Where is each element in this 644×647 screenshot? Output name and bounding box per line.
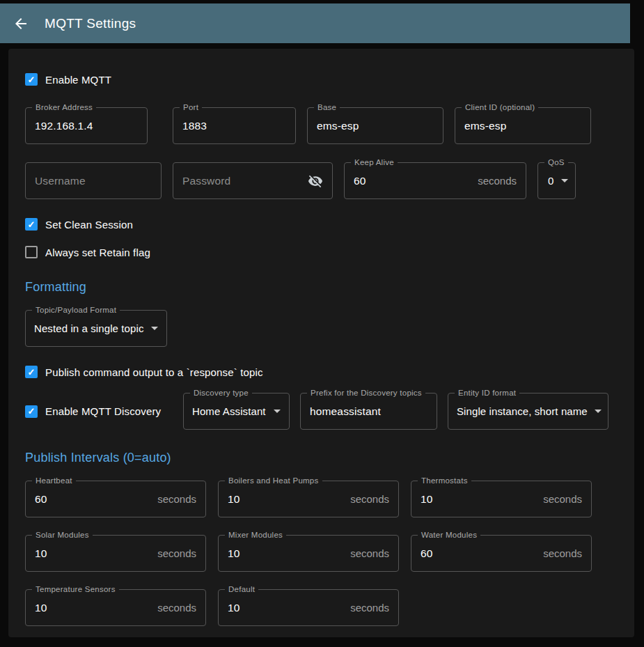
unit-suffix: seconds — [157, 547, 196, 559]
field-label: Mixer Modules — [225, 531, 286, 539]
broker-address-field: Broker Address — [25, 107, 148, 144]
qos-select[interactable]: QoS 0 — [537, 162, 576, 199]
credentials-row: Keep Alive seconds QoS 0 — [25, 162, 618, 199]
discovery-prefix-input[interactable] — [310, 405, 427, 418]
checkbox-label: Publish command output to a `response` t… — [45, 366, 263, 378]
unit-suffix: seconds — [350, 493, 389, 505]
selected-value: Nested in a single topic — [34, 322, 144, 334]
unit-suffix: seconds — [478, 175, 517, 187]
discovery-row: Enable MQTT Discovery Discovery type Hom… — [25, 393, 618, 430]
enable-mqtt-checkbox[interactable]: Enable MQTT — [25, 72, 618, 86]
field-label: Discovery type — [190, 389, 252, 397]
broker-address-input[interactable] — [35, 120, 138, 132]
unit-suffix: seconds — [157, 493, 196, 505]
selected-value: Home Assistant — [192, 405, 266, 417]
client-id-field: Client ID (optional) — [455, 107, 591, 144]
section-heading-formatting: Formatting — [25, 280, 618, 295]
field-label: Default — [225, 585, 258, 593]
dropdown-arrow-icon — [274, 410, 281, 413]
interval-input-temperature-sensors[interactable] — [35, 602, 152, 614]
field-label: Port — [180, 103, 202, 111]
client-id-input[interactable] — [464, 120, 581, 132]
mqtt-settings-card: Enable MQTT Broker Address Port Base Cli… — [8, 49, 634, 637]
field-label: QoS — [544, 158, 568, 166]
interval-field-mixer: Mixer Modules seconds — [218, 535, 399, 572]
field-label: Heartbeat — [32, 476, 76, 485]
clean-session-checkbox[interactable]: Set Clean Session — [25, 217, 618, 231]
publish-response-checkbox[interactable]: Publish command output to a `response` t… — [25, 365, 618, 379]
field-label: Prefix for the Discovery topics — [307, 389, 425, 397]
field-label: Solar Modules — [32, 531, 93, 539]
dropdown-arrow-icon — [151, 327, 158, 330]
username-input[interactable] — [35, 175, 152, 187]
field-label: Thermostats — [418, 476, 471, 485]
discovery-type-select[interactable]: Discovery type Home Assistant — [183, 393, 290, 430]
interval-field-temperature-sensors: Temperature Sensors seconds — [25, 589, 206, 626]
publish-intervals-grid: Heartbeat seconds Boilers and Heat Pumps… — [25, 481, 618, 626]
field-label: Client ID (optional) — [462, 103, 538, 111]
page-title: MQTT Settings — [45, 16, 136, 31]
interval-input-heartbeat[interactable] — [35, 493, 152, 506]
field-label: Broker Address — [32, 103, 96, 111]
dropdown-arrow-icon — [595, 410, 602, 413]
password-input[interactable] — [182, 175, 304, 187]
visibility-off-icon[interactable] — [308, 173, 323, 189]
port-input[interactable] — [182, 120, 286, 132]
keep-alive-input[interactable] — [354, 175, 472, 187]
interval-input-mixer[interactable] — [228, 547, 345, 560]
username-field — [25, 162, 162, 199]
interval-input-thermostats[interactable] — [421, 493, 537, 506]
interval-field-thermostats: Thermostats seconds — [411, 481, 592, 517]
section-heading-publish-intervals: Publish Intervals (0=auto) — [25, 451, 618, 465]
unit-suffix: seconds — [543, 493, 582, 505]
interval-input-default[interactable] — [228, 602, 345, 614]
enable-discovery-checkbox[interactable]: Enable MQTT Discovery — [25, 405, 173, 419]
field-label: Entity ID format — [455, 389, 519, 397]
keep-alive-field: Keep Alive seconds — [344, 162, 526, 199]
interval-input-boilers[interactable] — [228, 493, 345, 506]
unit-suffix: seconds — [543, 547, 582, 559]
checkbox-icon — [25, 218, 38, 231]
checkbox-label: Set Clean Session — [45, 219, 133, 231]
base-field: Base — [307, 107, 443, 144]
field-label: Topic/Payload Format — [32, 306, 120, 314]
broker-fields-row: Broker Address Port Base Client ID (opti… — [25, 107, 618, 144]
interval-input-solar[interactable] — [35, 547, 152, 560]
unit-suffix: seconds — [157, 602, 196, 614]
interval-field-solar: Solar Modules seconds — [25, 535, 206, 572]
topic-format-row: Topic/Payload Format Nested in a single … — [25, 310, 618, 347]
interval-field-default: Default seconds — [218, 589, 399, 626]
checkbox-icon — [25, 366, 38, 378]
retain-flag-checkbox[interactable]: Always set Retain flag — [25, 245, 618, 259]
checkbox-label: Enable MQTT — [45, 74, 111, 86]
checkbox-icon — [25, 246, 38, 258]
password-field — [173, 162, 333, 199]
base-input[interactable] — [317, 120, 434, 132]
interval-field-water: Water Modules seconds — [411, 535, 592, 572]
checkbox-icon — [25, 73, 38, 86]
field-label: Boilers and Heat Pumps — [225, 476, 322, 485]
dropdown-arrow-icon — [561, 179, 568, 182]
field-label: Temperature Sensors — [32, 585, 119, 593]
checkbox-label: Enable MQTT Discovery — [45, 405, 161, 417]
back-arrow-icon[interactable] — [13, 15, 29, 32]
checkbox-label: Always set Retain flag — [45, 247, 150, 258]
field-label: Keep Alive — [351, 158, 398, 166]
interval-input-water[interactable] — [421, 547, 537, 560]
port-field: Port — [173, 107, 296, 144]
interval-field-boilers: Boilers and Heat Pumps seconds — [218, 481, 399, 517]
unit-suffix: seconds — [350, 547, 389, 559]
selected-value: 0 — [548, 175, 553, 187]
topic-format-select[interactable]: Topic/Payload Format Nested in a single … — [25, 310, 167, 347]
discovery-prefix-field: Prefix for the Discovery topics — [300, 393, 437, 430]
checkbox-icon — [25, 405, 38, 418]
app-bar: MQTT Settings — [0, 3, 630, 43]
interval-field-heartbeat: Heartbeat seconds — [25, 481, 206, 517]
entity-id-format-select[interactable]: Entity ID format Single instance, short … — [448, 393, 608, 430]
field-label: Base — [314, 103, 340, 111]
selected-value: Single instance, short name — [457, 405, 588, 417]
field-label: Water Modules — [418, 531, 480, 539]
unit-suffix: seconds — [350, 602, 389, 614]
